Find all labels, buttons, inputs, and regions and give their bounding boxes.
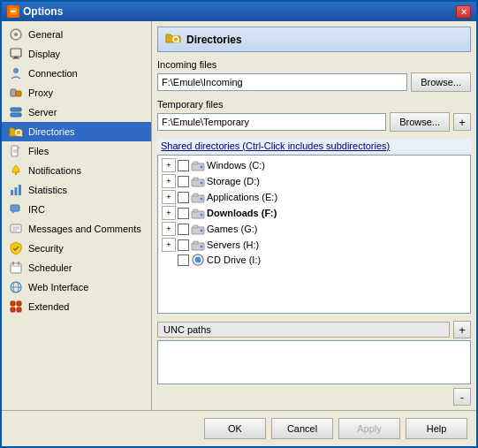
temporary-browse-button[interactable]: Browse... (390, 112, 450, 132)
svg-rect-11 (11, 113, 21, 117)
svg-point-7 (13, 68, 19, 73)
tree-label-f: Downloads (F:) (207, 208, 277, 218)
options-window: Options ✕ General (0, 0, 478, 448)
security-icon (9, 241, 23, 255)
files-icon (9, 144, 23, 158)
sidebar-label-notifications: Notifications (28, 165, 81, 176)
sidebar-label-connection: Connection (28, 68, 78, 79)
checkbox-d[interactable] (178, 176, 189, 187)
checkbox-i[interactable] (178, 254, 189, 266)
sidebar-item-scheduler[interactable]: Scheduler (2, 258, 151, 277)
close-button[interactable]: ✕ (456, 5, 471, 19)
tree-item-g: + Games (G:) (162, 221, 468, 237)
svg-rect-10 (11, 108, 21, 111)
sidebar-item-extended[interactable]: Extended (2, 297, 151, 316)
sidebar-label-scheduler: Scheduler (28, 262, 72, 273)
sidebar-item-irc[interactable]: IRC (2, 200, 151, 219)
svg-rect-35 (11, 308, 15, 312)
title-bar-left: Options (7, 5, 63, 18)
svg-rect-33 (11, 301, 15, 306)
shared-directories-tree: + Windows (C:) + (157, 155, 471, 314)
panel-title: Directories (186, 34, 242, 46)
incoming-input[interactable] (157, 73, 407, 91)
server-icon (9, 105, 23, 119)
window-icon (7, 5, 19, 18)
directories-icon (9, 125, 23, 139)
expand-f[interactable]: + (162, 206, 176, 220)
sidebar-item-directories[interactable]: Directories (2, 122, 151, 141)
help-button[interactable]: Help (406, 418, 467, 439)
expand-h[interactable]: + (162, 238, 176, 252)
sidebar-item-statistics[interactable]: Statistics (2, 180, 151, 200)
tree-label-d: Storage (D:) (207, 176, 260, 186)
checkbox-e[interactable] (178, 192, 189, 203)
svg-rect-34 (17, 301, 21, 306)
sidebar-label-statistics: Statistics (28, 185, 67, 195)
sidebar-item-display[interactable]: Display (2, 44, 151, 64)
tree-label-c: Windows (C:) (207, 160, 265, 171)
sidebar-item-notifications[interactable]: Notifications (2, 161, 151, 180)
temporary-label: Temporary files (157, 99, 471, 110)
extended-icon (9, 300, 23, 314)
unc-remove-button[interactable]: - (453, 388, 471, 406)
svg-rect-43 (193, 178, 198, 180)
sidebar-item-general[interactable]: General (2, 25, 151, 44)
svg-rect-17 (15, 172, 17, 175)
sidebar-item-security[interactable]: Security (2, 239, 151, 258)
svg-line-13 (21, 135, 23, 137)
sidebar-item-proxy[interactable]: Proxy (2, 83, 151, 103)
svg-point-41 (201, 165, 203, 168)
sidebar-item-connection[interactable]: Connection (2, 64, 151, 83)
temporary-input[interactable] (157, 113, 386, 131)
checkbox-f[interactable] (178, 208, 189, 219)
unc-paths-box (157, 340, 471, 384)
svg-point-47 (201, 197, 203, 200)
tree-item-i: CD Drive (I:) (178, 253, 468, 267)
svg-point-44 (201, 181, 203, 184)
sidebar-label-server: Server (28, 107, 57, 118)
expand-c[interactable]: + (162, 158, 176, 172)
tree-item-d: + Storage (D:) (162, 173, 468, 189)
checkbox-c[interactable] (178, 160, 189, 171)
sidebar-label-general: General (28, 29, 63, 40)
drive-icon-g (191, 223, 205, 235)
tree-item-f: + Downloads (F:) (162, 205, 468, 221)
apply-button[interactable]: Apply (338, 418, 400, 439)
unc-header: UNC paths + (157, 321, 471, 338)
tree-label-g: Games (G:) (207, 224, 257, 234)
sidebar-item-server[interactable]: Server (2, 103, 151, 122)
checkbox-g[interactable] (178, 224, 189, 235)
svg-rect-9 (16, 91, 21, 96)
svg-rect-46 (193, 194, 198, 196)
checkbox-h[interactable] (178, 239, 189, 251)
sidebar-label-security: Security (28, 243, 64, 254)
svg-rect-52 (193, 225, 198, 228)
sidebar-item-files[interactable]: Files (2, 141, 151, 161)
expand-e[interactable]: + (162, 190, 176, 204)
ok-button[interactable]: OK (204, 418, 266, 439)
panel-header: Directories (157, 27, 471, 52)
unc-label: UNC paths (157, 322, 450, 338)
expand-g[interactable]: + (162, 222, 176, 236)
svg-rect-26 (11, 263, 21, 273)
tree-item-e: + Applications (E:) (162, 189, 468, 205)
temporary-add-button[interactable]: + (453, 113, 471, 131)
tree-label-e: Applications (E:) (207, 192, 277, 202)
sidebar-label-webinterface: Web Interface (28, 282, 88, 292)
svg-rect-40 (193, 162, 198, 164)
svg-rect-55 (193, 241, 198, 244)
drive-icon-d (191, 175, 205, 187)
sidebar-label-files: Files (28, 146, 49, 156)
cancel-button[interactable]: Cancel (271, 418, 333, 439)
incoming-browse-button[interactable]: Browse... (411, 72, 471, 92)
sidebar-item-webinterface[interactable]: Web Interface (2, 277, 151, 297)
main-panel: Directories Incoming files Browse... Tem… (152, 21, 476, 410)
sidebar-label-directories: Directories (28, 126, 75, 137)
unc-add-button[interactable]: + (453, 321, 471, 338)
sidebar-label-messages: Messages and Comments (28, 224, 141, 234)
drive-icon-i (191, 254, 205, 266)
drive-icon-h (191, 239, 205, 251)
sidebar-item-messages[interactable]: Messages and Comments (2, 219, 151, 239)
expand-d[interactable]: + (162, 174, 176, 188)
svg-rect-21 (11, 205, 19, 211)
